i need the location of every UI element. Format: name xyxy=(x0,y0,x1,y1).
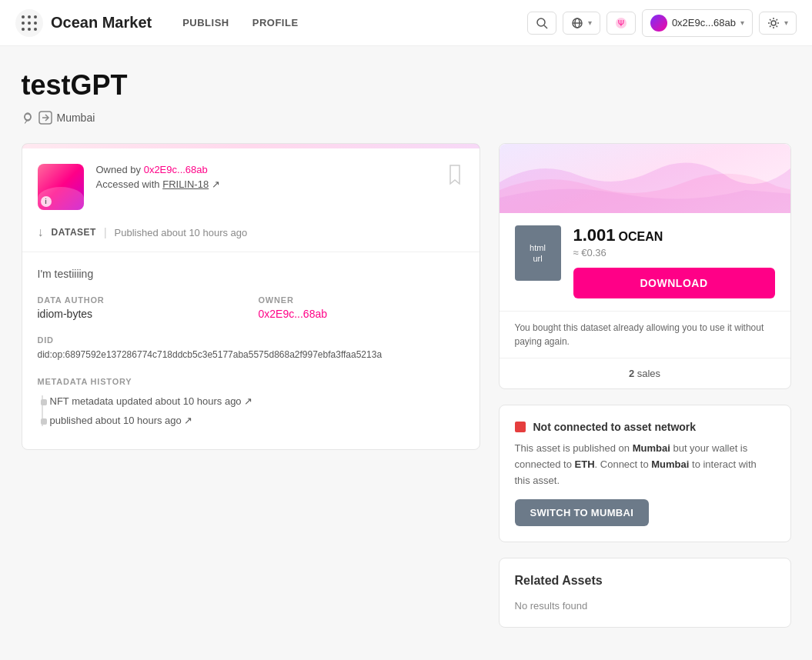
nav-links: PUBLISH PROFILE xyxy=(182,17,298,28)
sales-label: sales xyxy=(637,368,660,379)
svg-point-7 xyxy=(22,28,25,31)
asset-owner: Owned by 0x2E9c...68ab xyxy=(96,164,464,175)
network-chevron: ▾ xyxy=(588,18,592,27)
network-badge: Mumbai xyxy=(22,111,95,125)
network-button[interactable]: ▾ xyxy=(563,12,600,35)
did-section: DID did:op:6897592e137286774c718ddcb5c3e… xyxy=(22,335,480,377)
nav-actions: ▾ Ψ 0x2E9c...68ab ▾ ▾ xyxy=(527,9,797,37)
warning-network-asset: Mumbai xyxy=(633,442,670,454)
nav-publish[interactable]: PUBLISH xyxy=(182,17,229,28)
warning-network-connect: Mumbai xyxy=(651,458,689,470)
price-eur: ≈ €0.36 xyxy=(573,247,775,258)
asset-network: Mumbai xyxy=(57,112,95,124)
did-value: did:op:6897592e137286774c718ddcb5c3e5177… xyxy=(38,348,464,362)
owner-label: OWNER xyxy=(259,295,464,305)
location-icon xyxy=(22,112,34,124)
price-card-body: html url 1.001 OCEAN ≈ €0.36 DOWNLOAD xyxy=(500,213,790,311)
history-link-1[interactable]: published about 10 hours ago ↗ xyxy=(50,415,193,426)
svg-point-2 xyxy=(28,15,31,18)
file-type-2: url xyxy=(533,254,542,263)
svg-point-1 xyxy=(22,15,25,18)
owner-link[interactable]: 0x2E9c...68ab xyxy=(144,164,208,175)
svg-point-9 xyxy=(34,28,37,31)
bookmark-button[interactable] xyxy=(449,164,464,188)
no-results: No results found xyxy=(515,600,775,612)
history-timeline: NFT metadata updated about 10 hours ago … xyxy=(38,395,464,426)
wallet-chevron: ▾ xyxy=(740,18,744,27)
history-text-0: NFT metadata updated about 10 hours ago xyxy=(50,395,242,407)
owner-address-link[interactable]: 0x2E9c...68ab xyxy=(259,308,328,320)
asset-type: DATASET xyxy=(52,227,96,238)
logo-link[interactable]: Ocean Market xyxy=(15,9,152,37)
asset-thumbnail: i xyxy=(38,164,84,210)
download-button[interactable]: DOWNLOAD xyxy=(573,268,775,298)
svg-point-3 xyxy=(34,15,37,18)
settings-chevron: ▾ xyxy=(784,18,788,27)
link-icon xyxy=(38,111,52,125)
related-title: Related Assets xyxy=(515,574,775,588)
main-layout: i Owned by 0x2E9c...68ab Accessed with F… xyxy=(22,143,791,628)
warning-header: Not connected to asset network xyxy=(515,421,775,433)
logo-icon xyxy=(15,9,43,37)
external-link-icon: ↗ xyxy=(212,178,220,190)
switch-network-button[interactable]: SWITCH TO MUMBAI xyxy=(515,499,650,526)
sales-count: 2 xyxy=(629,368,634,379)
settings-button[interactable]: ▾ xyxy=(759,12,797,35)
wave-decoration xyxy=(500,144,790,213)
data-author-group: DATA AUTHOR idiom-bytes xyxy=(38,295,243,320)
price-display: 1.001 OCEAN xyxy=(573,225,775,245)
warning-title: Not connected to asset network xyxy=(533,421,697,433)
price-section: 1.001 OCEAN ≈ €0.36 DOWNLOAD xyxy=(573,225,775,298)
asset-details: DATA AUTHOR idiom-bytes OWNER 0x2E9c...6… xyxy=(22,295,480,335)
settings-icon xyxy=(767,17,780,29)
right-panel: html url 1.001 OCEAN ≈ €0.36 DOWNLOAD Yo… xyxy=(499,143,791,628)
file-icon: html url xyxy=(515,225,561,281)
history-label: METADATA HISTORY xyxy=(38,377,464,386)
ocean-token-button[interactable]: Ψ xyxy=(606,12,636,35)
network-warning: Not connected to asset network This asse… xyxy=(499,405,791,542)
asset-card-header: i Owned by 0x2E9c...68ab Accessed with F… xyxy=(22,148,480,225)
asset-access: Accessed with FRILIN-18 ↗ xyxy=(96,178,464,190)
asset-description: I'm testiiiing xyxy=(22,252,480,295)
access-link[interactable]: FRILIN-18 xyxy=(162,178,209,190)
ocean-icon: Ψ xyxy=(615,17,627,29)
file-type-1: html xyxy=(530,243,546,252)
page-content: testGPT Mumbai i xyxy=(6,46,807,651)
price-token: OCEAN xyxy=(618,230,663,243)
related-section: Related Assets No results found xyxy=(499,558,791,628)
download-icon[interactable]: ↓ xyxy=(38,225,44,239)
search-button[interactable] xyxy=(527,12,556,35)
svg-line-11 xyxy=(544,25,547,28)
nav-profile[interactable]: PROFILE xyxy=(252,17,299,28)
warning-text-3: . Connect to xyxy=(595,458,652,470)
owner-value: 0x2E9c...68ab xyxy=(259,308,464,320)
svg-point-5 xyxy=(28,22,31,25)
history-external-1: ↗ xyxy=(184,415,192,426)
info-dot: i xyxy=(41,196,52,207)
owner-group: OWNER 0x2E9c...68ab xyxy=(259,295,464,320)
data-author-value: idiom-bytes xyxy=(38,308,243,320)
publish-date: Published about 10 hours ago xyxy=(115,227,248,238)
bookmark-icon xyxy=(449,164,461,185)
price-amount: 1.001 xyxy=(573,225,616,245)
history-text-1: published about 10 hours ago xyxy=(50,415,182,426)
wallet-button[interactable]: 0x2E9c...68ab ▾ xyxy=(642,9,753,37)
sales-bar: 2 sales xyxy=(500,358,790,388)
network-icon xyxy=(571,17,583,29)
history-section: METADATA HISTORY NFT metadata updated ab… xyxy=(22,377,480,449)
left-panel: i Owned by 0x2E9c...68ab Accessed with F… xyxy=(22,143,480,450)
svg-point-8 xyxy=(28,28,31,31)
search-icon xyxy=(536,17,548,29)
svg-point-10 xyxy=(537,18,545,26)
svg-point-6 xyxy=(34,22,37,25)
bought-notice: You bought this dataset already allowing… xyxy=(500,311,790,358)
separator: | xyxy=(104,226,107,238)
page-title: testGPT xyxy=(22,69,791,102)
warning-dot xyxy=(515,422,526,432)
asset-card: i Owned by 0x2E9c...68ab Accessed with F… xyxy=(22,143,480,450)
history-link-0[interactable]: NFT metadata updated about 10 hours ago … xyxy=(50,395,253,407)
asset-tags: ↓ DATASET | Published about 10 hours ago xyxy=(22,225,480,252)
data-author-label: DATA AUTHOR xyxy=(38,295,243,305)
navbar: Ocean Market PUBLISH PROFILE ▾ Ψ xyxy=(0,0,812,46)
warning-text-1: This asset is published on xyxy=(515,442,633,454)
